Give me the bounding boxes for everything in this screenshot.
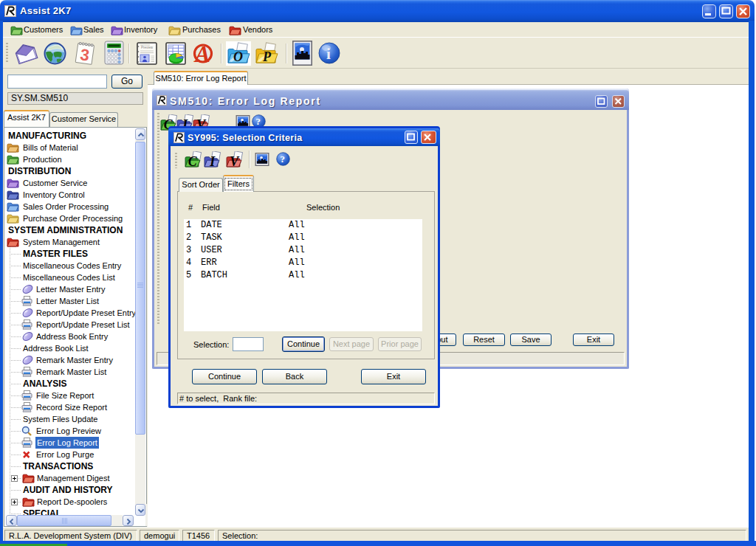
svg-text:O: O [233,49,243,64]
svg-text:A: A [193,41,210,66]
svg-text:P: P [262,49,272,64]
svg-text:Preview: Preview [141,46,154,49]
svg-text:i: i [326,45,331,63]
